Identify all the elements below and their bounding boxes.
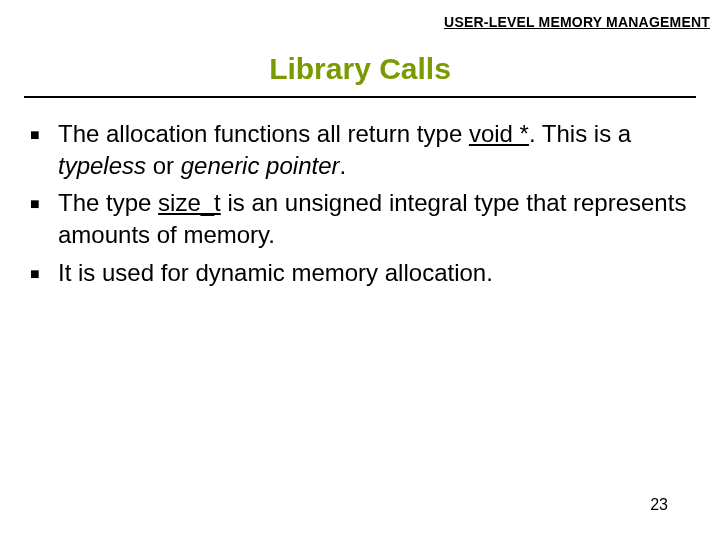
bullet-text: The allocation functions all return type… bbox=[58, 118, 690, 181]
bullet-marker-icon: ■ bbox=[30, 257, 58, 284]
bullet-item: ■The type size_t is an unsigned integral… bbox=[30, 187, 690, 250]
bullet-text: It is used for dynamic memory allocation… bbox=[58, 257, 690, 289]
page-number: 23 bbox=[650, 496, 668, 514]
bullet-item: ■The allocation functions all return typ… bbox=[30, 118, 690, 181]
bullet-marker-icon: ■ bbox=[30, 118, 58, 145]
title-divider bbox=[24, 96, 696, 98]
header-label: USER-LEVEL MEMORY MANAGEMENT bbox=[444, 14, 710, 30]
bullet-list: ■The allocation functions all return typ… bbox=[30, 118, 690, 294]
bullet-marker-icon: ■ bbox=[30, 187, 58, 214]
bullet-item: ■It is used for dynamic memory allocatio… bbox=[30, 257, 690, 289]
slide-title: Library Calls bbox=[0, 52, 720, 86]
bullet-text: The type size_t is an unsigned integral … bbox=[58, 187, 690, 250]
